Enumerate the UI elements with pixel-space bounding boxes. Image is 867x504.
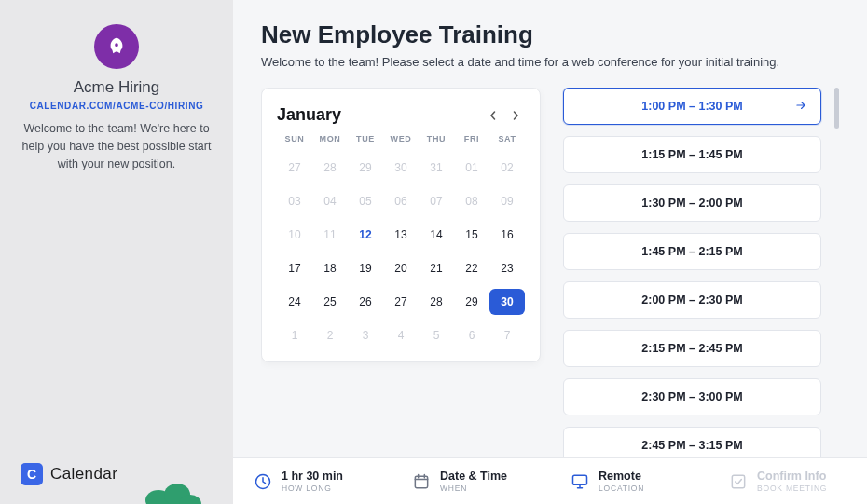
page-title: New Employee Training (261, 20, 839, 49)
org-name: Acme Hiring (74, 78, 160, 97)
wizard-step[interactable]: 1 hr 30 minHOW LONG (233, 458, 392, 504)
calendar-dow: TUE (348, 134, 383, 147)
calendar-day[interactable]: 13 (383, 222, 419, 248)
svg-rect-7 (573, 475, 587, 484)
timeslot-option[interactable]: 2:00 PM – 2:30 PM (563, 281, 821, 319)
calendar-day[interactable]: 16 (489, 222, 525, 248)
page-subtitle: Welcome to the team! Please select a dat… (261, 55, 839, 69)
calendar-day[interactable]: 23 (489, 255, 525, 281)
step-subtitle: HOW LONG (282, 484, 343, 493)
decoration-blob-icon (140, 474, 205, 504)
timeslot-label: 2:00 PM – 2:30 PM (641, 293, 742, 306)
calendar-day: 05 (348, 188, 383, 214)
rocket-icon (106, 36, 127, 57)
calendar-month: January (277, 105, 341, 125)
calendar-day[interactable]: 17 (277, 255, 312, 281)
scrollbar-thumb[interactable] (834, 88, 839, 129)
svg-rect-6 (415, 476, 427, 488)
calendar-day[interactable]: 27 (383, 289, 419, 315)
calendar-day: 5 (419, 322, 454, 348)
calendar-day[interactable]: 26 (348, 289, 383, 315)
calendar-day[interactable]: 28 (419, 289, 454, 315)
monitor-icon (571, 472, 589, 491)
calendar-day[interactable]: 19 (348, 255, 383, 281)
calendar-day[interactable]: 24 (277, 289, 312, 315)
timeslot-scrollbar[interactable] (834, 88, 839, 484)
calendar-day: 4 (383, 322, 419, 348)
step-subtitle: LOCATION (599, 484, 644, 493)
calendar-day: 03 (277, 188, 312, 214)
calendar-day: 07 (419, 188, 454, 214)
timeslot-list: 1:00 PM – 1:30 PM1:15 PM – 1:45 PM1:30 P… (563, 88, 827, 484)
timeslot-option[interactable]: 2:15 PM – 2:45 PM (563, 330, 821, 367)
calendar-day[interactable]: 25 (312, 289, 348, 315)
wizard-step[interactable]: Date & TimeWHEN (392, 458, 550, 504)
timeslot-option[interactable]: 1:00 PM – 1:30 PM (563, 88, 821, 125)
timeslot-column: 1:00 PM – 1:30 PM1:15 PM – 1:45 PM1:30 P… (563, 88, 839, 484)
timeslot-label: 1:30 PM – 2:00 PM (641, 197, 742, 210)
calendar-day: 28 (312, 155, 348, 181)
chevron-left-icon (489, 111, 498, 120)
calendar-day[interactable]: 21 (419, 255, 454, 281)
wizard-steps: 1 hr 30 minHOW LONGDate & TimeWHENRemote… (233, 457, 867, 504)
calendar-day: 04 (312, 188, 348, 214)
calendar-day: 7 (489, 322, 525, 348)
calendar-dow: MON (312, 134, 348, 147)
brand[interactable]: C Calendar (21, 463, 117, 485)
calendar-day: 02 (489, 155, 525, 181)
org-url[interactable]: CALENDAR.COM/ACME-CO/HIRING (30, 101, 204, 111)
calendar-day: 1 (277, 322, 312, 348)
timeslot-option[interactable]: 2:30 PM – 3:00 PM (563, 378, 821, 415)
org-description: Welcome to the team! We're here to help … (17, 120, 216, 172)
wizard-step[interactable]: RemoteLOCATION (550, 458, 709, 504)
calendar-day[interactable]: 30 (489, 289, 525, 315)
step-title: Date & Time (440, 470, 507, 483)
calendar-day: 3 (348, 322, 383, 348)
calendar-day: 09 (489, 188, 525, 214)
calendar-day: 30 (383, 155, 419, 181)
step-subtitle: WHEN (440, 484, 507, 493)
timeslot-option[interactable]: 1:30 PM – 2:00 PM (563, 184, 821, 222)
calendar-day[interactable]: 29 (454, 289, 489, 315)
calendar-day: 01 (454, 155, 489, 181)
calendar-day[interactable]: 15 (454, 222, 489, 248)
step-title: Remote (599, 470, 644, 483)
timeslot-option[interactable]: 1:15 PM – 1:45 PM (563, 136, 821, 173)
sidebar: Acme Hiring CALENDAR.COM/ACME-CO/HIRING … (0, 0, 233, 504)
step-subtitle: BOOK MEETING (757, 484, 827, 493)
calendar-day: 6 (454, 322, 489, 348)
calendar-dow: SUN (277, 134, 312, 147)
timeslot-label: 1:15 PM – 1:45 PM (641, 148, 742, 161)
calendar-day[interactable]: 20 (383, 255, 419, 281)
timeslot-label: 1:45 PM – 2:15 PM (641, 245, 742, 258)
clock-icon (254, 472, 272, 491)
brand-logo-icon: C (21, 463, 43, 485)
timeslot-label: 2:15 PM – 2:45 PM (641, 342, 742, 355)
calendar-day: 11 (312, 222, 348, 248)
org-avatar (94, 24, 139, 69)
step-title: Confirm Info (757, 470, 827, 483)
brand-name: Calendar (50, 465, 117, 484)
calendar-day[interactable]: 18 (312, 255, 348, 281)
calendar-day: 2 (312, 322, 348, 348)
calendar-day[interactable]: 14 (419, 222, 454, 248)
calendar-card: January SUNMONTUEWEDTHUFRISAT27282930310… (261, 88, 541, 362)
calendar-grid: SUNMONTUEWEDTHUFRISAT2728293031010203040… (277, 134, 525, 348)
calendar-day: 06 (383, 188, 419, 214)
next-month-button[interactable] (506, 106, 525, 125)
calendar-day[interactable]: 12 (348, 222, 383, 248)
prev-month-button[interactable] (484, 106, 502, 125)
calendar-day[interactable]: 22 (454, 255, 489, 281)
calendar-dow: SAT (489, 134, 525, 147)
calendar-dow: THU (419, 134, 454, 147)
timeslot-label: 1:00 PM – 1:30 PM (641, 100, 742, 113)
timeslot-label: 2:45 PM – 3:15 PM (641, 439, 742, 452)
calendar-icon (412, 472, 431, 491)
calendar-day: 31 (419, 155, 454, 181)
timeslot-option[interactable]: 1:45 PM – 2:15 PM (563, 233, 821, 270)
calendar-day: 08 (454, 188, 489, 214)
calendar-day: 27 (277, 155, 312, 181)
timeslot-label: 2:30 PM – 3:00 PM (641, 390, 742, 403)
calendar-day: 10 (277, 222, 312, 248)
svg-rect-8 (732, 475, 744, 487)
